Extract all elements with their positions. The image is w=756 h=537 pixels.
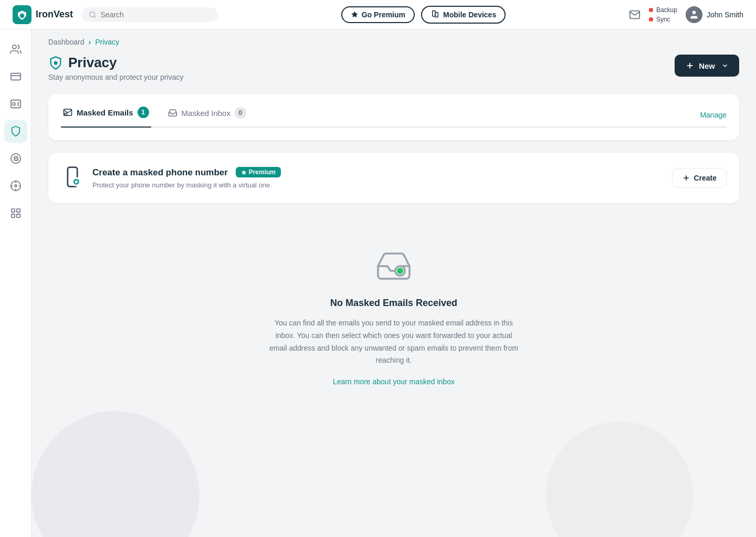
empty-title: No Masked Emails Received [330, 298, 457, 309]
mobile-icon [430, 10, 440, 19]
svg-point-21 [65, 113, 67, 116]
sync-dot [649, 17, 653, 22]
svg-point-18 [54, 61, 58, 65]
sidebar-item-cards[interactable] [4, 65, 27, 88]
tab-masked-inbox[interactable]: Masked Inbox 0 [166, 107, 248, 128]
masked-inbox-label: Masked Inbox [182, 109, 230, 118]
create-btn-label: Create [694, 174, 717, 182]
plus-icon [685, 61, 695, 70]
phone-icon-wrap [61, 165, 84, 191]
svg-marker-26 [242, 170, 246, 175]
backup-dot [649, 8, 653, 12]
sync-label: Sync [656, 16, 670, 23]
sidebar-item-identities[interactable] [4, 92, 27, 115]
sync-status: Sync [649, 16, 677, 23]
svg-point-30 [397, 268, 403, 274]
svg-point-6 [692, 10, 696, 14]
crypto-icon [10, 153, 22, 164]
page-title-area: Privacy Stay anonymous and protect your … [48, 55, 184, 81]
svg-rect-16 [11, 214, 14, 217]
phone-description: Protect your phone number by masking it … [92, 181, 281, 189]
page: Privacy Stay anonymous and protect your … [32, 55, 756, 434]
svg-rect-8 [10, 73, 20, 80]
sidebar-item-accounts[interactable] [4, 38, 27, 61]
premium-badge: Premium [236, 167, 281, 177]
star-badge-icon [241, 170, 247, 175]
header-center: Go Premium Mobile Devices [341, 6, 506, 24]
sidebar-item-tools[interactable] [4, 202, 27, 225]
svg-point-7 [12, 45, 16, 49]
app-header: IronVest Go Premium Mobile Devices [0, 0, 756, 29]
search-icon [89, 10, 96, 19]
phone-title: Create a masked phone number Premium [92, 167, 281, 178]
svg-point-11 [12, 102, 15, 106]
user-name: John Smith [707, 10, 743, 19]
create-button[interactable]: Create [672, 168, 727, 188]
empty-icon [375, 247, 413, 287]
backup-status: Backup [649, 6, 677, 14]
logo-text: IronVest [36, 9, 73, 20]
backup-label: Backup [656, 6, 677, 14]
manage-link[interactable]: Manage [700, 111, 727, 128]
phone-card-left: Create a masked phone number Premium Pro… [61, 165, 281, 191]
plus-create-icon [682, 174, 690, 182]
status-indicators: Backup Sync [649, 6, 677, 23]
premium-btn-label: Go Premium [362, 10, 405, 19]
svg-point-2 [90, 12, 95, 17]
svg-point-13 [15, 185, 17, 187]
darkweb-icon [10, 180, 22, 192]
page-header: Privacy Stay anonymous and protect your … [48, 55, 739, 81]
app-body: Dashboard › Privacy Privacy Stay anonymo… [0, 29, 756, 537]
page-subtitle: Stay anonymous and protect your privacy [48, 73, 184, 81]
header-left: IronVest [13, 5, 218, 24]
mobile-btn-label: Mobile Devices [443, 10, 496, 19]
new-button[interactable]: New [675, 55, 739, 77]
svg-point-25 [75, 180, 78, 183]
search-bar[interactable] [81, 7, 218, 22]
tabs-card: Masked Emails 1 Masked Inbox 0 [48, 94, 739, 140]
breadcrumb-parent[interactable]: Dashboard [48, 38, 85, 46]
svg-rect-4 [433, 10, 435, 16]
privacy-icon [10, 125, 22, 137]
masked-inbox-count: 0 [235, 107, 246, 119]
breadcrumb-chevron: › [89, 38, 91, 46]
header-right: Backup Sync John Smith [629, 6, 743, 23]
breadcrumb: Dashboard › Privacy [32, 29, 756, 55]
avatar [686, 6, 702, 23]
mobile-devices-button[interactable]: Mobile Devices [421, 6, 506, 24]
accounts-icon [10, 44, 22, 55]
identities-icon [10, 98, 22, 110]
masked-emails-label: Masked Emails [77, 108, 133, 117]
new-btn-label: New [699, 61, 715, 70]
sidebar-item-crypto[interactable] [4, 147, 27, 170]
notification-icon[interactable] [629, 9, 640, 20]
svg-rect-5 [435, 12, 438, 17]
main-content: Dashboard › Privacy Privacy Stay anonymo… [32, 29, 756, 537]
svg-rect-14 [11, 209, 14, 212]
breadcrumb-current: Privacy [95, 38, 119, 46]
chevron-down-icon [721, 62, 729, 69]
sidebar-item-privacy[interactable] [4, 120, 27, 143]
tab-masked-emails[interactable]: Masked Emails 1 [61, 107, 151, 128]
page-title: Privacy [68, 55, 117, 71]
phone-masked-icon [61, 165, 84, 188]
svg-marker-3 [351, 11, 358, 17]
empty-description: You can find all the emails you send to … [268, 317, 520, 367]
tools-icon [10, 207, 22, 219]
premium-badge-label: Premium [249, 169, 276, 176]
email-icon [63, 108, 72, 117]
tabs-row: Masked Emails 1 Masked Inbox 0 [61, 107, 727, 128]
search-input[interactable] [100, 10, 211, 19]
logo: IronVest [13, 5, 73, 24]
page-title-row: Privacy [48, 55, 184, 71]
empty-learn-more-link[interactable]: Learn more about your masked inbox [333, 377, 455, 386]
go-premium-button[interactable]: Go Premium [341, 6, 415, 23]
user-profile[interactable]: John Smith [686, 6, 743, 23]
sidebar-item-darkweb[interactable] [4, 174, 27, 197]
svg-point-1 [20, 14, 24, 18]
svg-rect-15 [16, 209, 19, 212]
svg-rect-17 [16, 214, 19, 217]
shield-icon [48, 56, 63, 70]
sidebar [0, 29, 32, 537]
cards-icon [10, 71, 22, 82]
